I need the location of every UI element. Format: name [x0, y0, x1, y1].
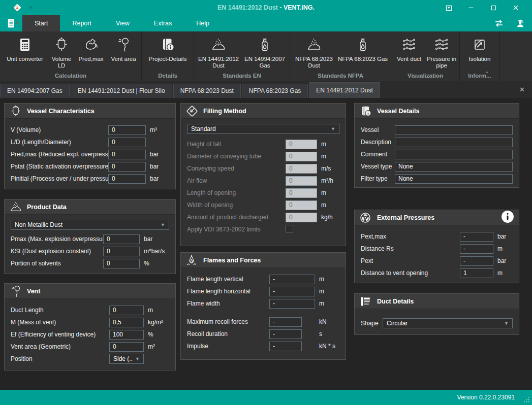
menu-item-view[interactable]: View: [104, 15, 142, 31]
ribbon-button-pred-max[interactable]: Pred,max: [75, 31, 107, 69]
filter-type-input[interactable]: [395, 174, 513, 184]
ribbon-group-label: Calculation: [2, 71, 140, 81]
vessel-icon: [9, 105, 23, 118]
info-circle-icon[interactable]: [501, 210, 514, 225]
duct-shape-select[interactable]: Circular ▼: [383, 318, 513, 328]
field-label: Maximum recoil forces: [187, 318, 269, 325]
close-icon[interactable]: [505, 0, 527, 15]
efficiency-input[interactable]: [109, 330, 144, 340]
maximize-icon[interactable]: [482, 0, 505, 15]
unit-label: %: [148, 331, 169, 338]
unit-label: m: [319, 276, 339, 283]
duct-bars-icon: [359, 295, 373, 308]
vent-opening-distance-input[interactable]: [460, 268, 493, 278]
chevron-down-icon[interactable]: ▼: [28, 5, 33, 10]
pext-output[interactable]: [460, 256, 493, 266]
popout-icon[interactable]: [437, 0, 460, 15]
vessel-characteristics-panel: Vessel Characteristics V (Volume) m³ L/D…: [4, 103, 176, 189]
position-select[interactable]: Side (... ▼: [109, 354, 144, 364]
form-row: Pinitial (Process over / under pressure)…: [11, 173, 169, 185]
vdi-limits-checkbox[interactable]: [286, 225, 293, 232]
document-tab-en-14491-flour-silo[interactable]: EN 14491:2012 Dust | Flour Silo: [71, 84, 172, 98]
menu-item-help[interactable]: Help: [184, 15, 222, 31]
ribbon-button-volume-ld[interactable]: Volume LD: [48, 31, 75, 69]
document-tab-nfpa-gas[interactable]: NFPA 68:2023 Gas: [242, 84, 308, 98]
document-tab-en-14994-gas[interactable]: EN 14994:2007 Gas: [0, 84, 70, 98]
form-row: Distance Rs m: [361, 243, 513, 255]
kst-input[interactable]: [103, 247, 140, 256]
ribbon-button-label: Pressure in pipe: [425, 56, 458, 69]
unit-label: kg/h: [321, 214, 339, 221]
vessel-type-input[interactable]: [395, 162, 513, 172]
recoil-forces-output[interactable]: [269, 317, 302, 327]
ribbon-group-label: Standards EN: [196, 71, 288, 81]
vessel-name-input[interactable]: [395, 125, 513, 135]
ribbon-group-label: Visualization: [393, 71, 458, 81]
pred-max-input[interactable]: [108, 150, 146, 159]
field-label: Conveying speed: [187, 165, 286, 172]
unit-label: m: [319, 300, 339, 307]
ribbon-button-label: EN 14994:2007 Gas: [241, 56, 288, 69]
form-row: Filter type: [361, 173, 513, 185]
pinitial-input[interactable]: [108, 174, 146, 184]
field-label: Shape: [361, 320, 383, 327]
description-input[interactable]: [395, 138, 513, 147]
ribbon-button-nfpa-dust[interactable]: NFPA 68:2023 Dust: [292, 31, 336, 69]
resize-grip[interactable]: [523, 396, 530, 403]
menu-item-report[interactable]: Report: [60, 15, 104, 31]
pstat-input[interactable]: [108, 162, 146, 172]
flame-width-output[interactable]: [269, 299, 315, 309]
length-diameter-input[interactable]: [108, 138, 146, 147]
minimize-icon[interactable]: [460, 0, 482, 15]
menu-item-extras[interactable]: Extras: [142, 15, 184, 31]
recoil-duration-output[interactable]: [269, 329, 302, 339]
ribbon-button-project-details[interactable]: Project-Details: [143, 31, 192, 62]
distance-rs-output[interactable]: [460, 244, 493, 254]
duct-length-input[interactable]: [109, 306, 144, 315]
form-row: Length of opening m: [187, 187, 339, 199]
ribbon-button-en-14994-gas[interactable]: EN 14994:2007 Gas: [241, 31, 288, 69]
ribbon-button-unit-converter[interactable]: Unit converter: [2, 31, 48, 69]
ribbon-button-label: Vent area: [111, 56, 136, 62]
document-tab-en-14491-dust[interactable]: EN 14491:2012 Dust: [309, 82, 380, 98]
ribbon-button-pressure-in-pipe[interactable]: Pressure in pipe: [425, 31, 458, 69]
form-row: Shape Circular ▼: [361, 317, 513, 329]
solvents-input[interactable]: [103, 259, 140, 268]
student-person-icon[interactable]: [515, 18, 526, 29]
unit-label: %: [144, 260, 169, 267]
vent-mass-input[interactable]: [109, 318, 144, 327]
dust-pile-icon: [306, 35, 322, 54]
ribbon-button-isolation[interactable]: Isolation: [461, 31, 498, 62]
vent-area-geometric-input[interactable]: [109, 342, 144, 352]
comment-input[interactable]: [395, 150, 513, 159]
ribbon-button-vent-duct[interactable]: Vent duct: [393, 31, 425, 69]
close-icon[interactable]: ✕: [519, 86, 525, 93]
impulse-output[interactable]: [269, 342, 302, 351]
unit-label: m/s: [321, 165, 339, 172]
window-controls: [437, 0, 532, 15]
gas-bottle-icon: [257, 35, 273, 54]
v-volume-input[interactable]: [108, 125, 146, 135]
form-row: Diameter of conveying tube m: [187, 150, 339, 162]
ribbon-button-nfpa-gas[interactable]: NFPA 68:2023 Gas: [336, 31, 389, 69]
unit-label: m: [497, 269, 513, 277]
version-label: Version 0.22.0.23091: [457, 394, 515, 401]
report-list-icon[interactable]: [5, 15, 20, 31]
ribbon-button-en-14491-dust[interactable]: EN 14491:2012 Dust: [196, 31, 241, 69]
app-logo-area[interactable]: ▼: [12, 3, 33, 13]
flame-length-horizontal-output[interactable]: [269, 287, 315, 296]
field-label: Flame width: [187, 300, 269, 307]
pext-max-output[interactable]: [460, 232, 493, 242]
swap-arrows-icon[interactable]: [493, 18, 505, 29]
ribbon-button-vent-area[interactable]: Vent area: [107, 31, 140, 69]
pmax-input[interactable]: [103, 234, 140, 244]
product-type-select[interactable]: Non Metallic Dust ▼: [11, 220, 169, 230]
ribbon-group-standards-en: EN 14491:2012 Dust EN 14994:2007 Gas Sta…: [194, 31, 290, 81]
unit-label: bar: [150, 175, 169, 182]
flame-length-vertical-output[interactable]: [269, 275, 315, 284]
menu-item-start[interactable]: Start: [22, 15, 60, 31]
panel-title: Product Data: [27, 204, 67, 211]
document-tab-nfpa-dust[interactable]: NFPA 68:2023 Dust: [173, 84, 241, 98]
filling-method-select[interactable]: Standard ▼: [187, 124, 339, 134]
chevron-up-icon[interactable]: ⌃: [485, 71, 489, 77]
